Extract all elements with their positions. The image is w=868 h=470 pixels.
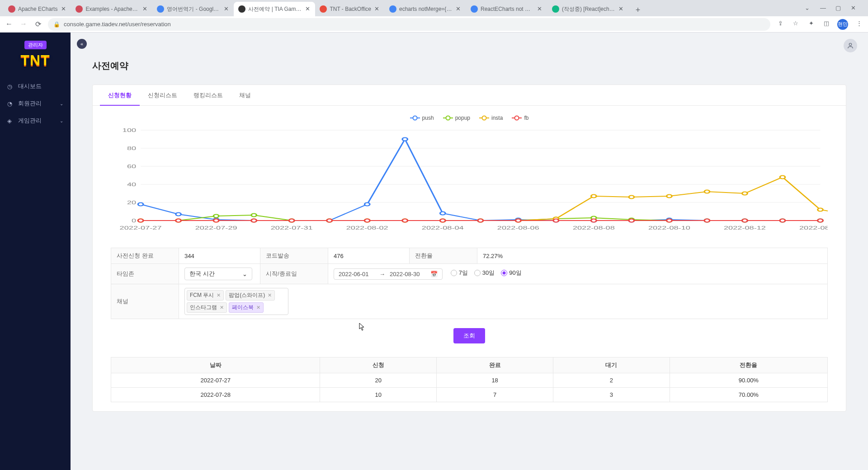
window-close-icon[interactable]: ✕ — [851, 5, 858, 12]
table-row: 2022-07-28107370.00% — [111, 388, 828, 402]
svg-text:0: 0 — [132, 218, 136, 223]
game-icon: ◈ — [7, 118, 14, 124]
share-icon[interactable]: ⇪ — [776, 20, 785, 29]
svg-point-0 — [849, 43, 851, 46]
nav-forward-icon: → — [19, 20, 28, 29]
profile-avatar[interactable]: 현민 — [837, 19, 848, 30]
browser-tab[interactable]: Examples - Apache ECha ✕ — [71, 2, 152, 16]
svg-point-75 — [667, 195, 672, 198]
tag-remove-icon[interactable]: ✕ — [268, 292, 272, 298]
legend-item-popup[interactable]: popup — [443, 115, 470, 121]
legend-item-fb[interactable]: fb — [512, 115, 528, 121]
date-range-picker[interactable]: → 📅 — [334, 268, 443, 280]
date-preset-radio[interactable]: 90일 — [501, 269, 521, 277]
browser-tab[interactable]: (작성중) [React]echarts H ✕ — [547, 2, 629, 16]
content-tab[interactable]: 신청현황 — [100, 85, 140, 106]
user-menu-button[interactable] — [844, 39, 857, 52]
tab-favicon — [471, 5, 478, 13]
filter-value-conversion: 72.27% — [477, 248, 828, 264]
tab-close-icon[interactable]: ✕ — [142, 6, 148, 12]
browser-tab[interactable]: ReactECharts not Merge ✕ — [466, 2, 547, 16]
window-maximize-icon[interactable]: ▢ — [835, 5, 843, 12]
svg-text:2022-08-02: 2022-08-02 — [346, 225, 388, 230]
legend-item-push[interactable]: push — [410, 115, 434, 121]
svg-point-91 — [516, 219, 521, 222]
svg-text:80: 80 — [127, 146, 136, 151]
tag-remove-icon[interactable]: ✕ — [256, 305, 260, 310]
sidebar-item-label: 회원관리 — [18, 99, 42, 108]
nav-back-icon[interactable]: ← — [5, 20, 14, 29]
sidebar-collapse-button[interactable]: « — [77, 39, 87, 49]
date-start-input[interactable] — [339, 271, 375, 277]
filter-value-codesent: 476 — [328, 248, 410, 264]
date-preset-radio[interactable]: 30일 — [474, 269, 495, 277]
sidebar-item-user[interactable]: ◔ 회원관리 ⌄ — [0, 95, 71, 112]
table-row: 2022-07-272018290.00% — [111, 373, 828, 388]
tab-close-icon[interactable]: ✕ — [223, 6, 229, 12]
filter-value-completed: 344 — [179, 248, 260, 264]
svg-point-88 — [402, 219, 408, 222]
legend-item-insta[interactable]: insta — [479, 115, 503, 121]
tab-close-icon[interactable]: ✕ — [618, 6, 624, 12]
tab-close-icon[interactable]: ✕ — [304, 6, 311, 12]
filter-label-timezone: 타임존 — [111, 264, 179, 284]
new-tab-button[interactable]: + — [632, 4, 644, 16]
svg-text:2022-08-14: 2022-08-14 — [799, 225, 828, 230]
url-input[interactable]: 🔒 console.game.tiadev.net/user/reservati… — [48, 18, 770, 31]
channel-multiselect[interactable]: FCM 푸시✕팝업(스와이프)✕인스타그램✕페이스북✕ — [184, 288, 288, 315]
kebab-menu-icon[interactable]: ⋮ — [854, 20, 863, 29]
svg-text:20: 20 — [127, 200, 136, 205]
tab-close-icon[interactable]: ✕ — [60, 6, 66, 12]
svg-point-29 — [364, 203, 370, 206]
timezone-select[interactable]: 한국 시간 ⌄ — [184, 268, 252, 280]
channel-tag[interactable]: FCM 푸시✕ — [187, 290, 224, 301]
tab-close-icon[interactable]: ✕ — [374, 6, 380, 12]
channel-tag[interactable]: 페이스북✕ — [229, 302, 264, 313]
main-content: « 사전예약 신청현황신청리스트랭킹리스트채널 pushpopupinstafb… — [71, 33, 868, 470]
channel-tag[interactable]: 팝업(스와이프)✕ — [226, 290, 275, 301]
tab-favicon — [389, 5, 396, 13]
calendar-icon: 📅 — [430, 271, 438, 277]
tab-close-icon[interactable]: ✕ — [455, 6, 462, 12]
sidebar-item-dashboard[interactable]: ◷ 대시보드 — [0, 78, 71, 95]
browser-tab[interactable]: 영어번역기 - Google 검색 ✕ — [152, 2, 234, 16]
svg-point-30 — [402, 138, 408, 141]
extensions-icon[interactable]: ✦ — [807, 20, 816, 29]
date-end-input[interactable] — [390, 271, 426, 277]
browser-tab[interactable]: echarts notMerge={true} ✕ — [385, 2, 466, 16]
sidebar-item-game[interactable]: ◈ 게임관리 ⌄ — [0, 112, 71, 129]
search-button[interactable]: 조회 — [453, 328, 485, 343]
tab-close-icon[interactable]: ✕ — [537, 6, 543, 12]
window-minimize-icon[interactable]: ― — [820, 5, 827, 12]
results-table: 날짜신청완료대기전환율 2022-07-272018290.00%2022-07… — [111, 357, 828, 402]
browser-tab[interactable]: Apache ECharts ✕ — [4, 2, 71, 16]
chevron-down-icon: ⌄ — [60, 118, 63, 123]
tab-favicon — [75, 5, 83, 13]
tab-favicon — [320, 5, 327, 13]
install-icon[interactable]: ◫ — [822, 20, 831, 29]
sidebar-item-label: 대시보드 — [18, 82, 42, 90]
browser-tab[interactable]: 사전예약 | TIA Game Ma ✕ — [234, 2, 315, 16]
chevron-down-icon: ⌄ — [242, 271, 247, 277]
filter-label-codesent: 코드발송 — [260, 248, 328, 264]
date-preset-radio[interactable]: 7일 — [451, 269, 468, 277]
svg-point-84 — [251, 219, 257, 222]
tag-remove-icon[interactable]: ✕ — [220, 305, 224, 310]
svg-text:60: 60 — [127, 164, 136, 169]
window-dropdown-icon[interactable]: ⌄ — [805, 5, 812, 12]
url-text: console.game.tiadev.net/user/reservation — [64, 21, 171, 28]
content-tab[interactable]: 채널 — [231, 85, 259, 106]
svg-point-73 — [591, 195, 597, 198]
tab-title: (작성중) [React]echarts H — [562, 5, 615, 13]
svg-point-45 — [251, 214, 257, 217]
channel-tag[interactable]: 인스타그램✕ — [187, 302, 227, 313]
bookmark-icon[interactable]: ☆ — [791, 20, 800, 29]
nav-reload-icon[interactable]: ⟳ — [33, 20, 42, 29]
browser-tab[interactable]: TNT - BackOffice ✕ — [315, 2, 385, 16]
chevron-down-icon: ⌄ — [60, 101, 63, 106]
tab-title: Apache ECharts — [18, 6, 57, 12]
content-tab[interactable]: 신청리스트 — [140, 85, 185, 106]
tab-title: TNT - BackOffice — [330, 6, 371, 12]
tag-remove-icon[interactable]: ✕ — [217, 292, 221, 298]
content-tab[interactable]: 랭킹리스트 — [185, 85, 231, 106]
